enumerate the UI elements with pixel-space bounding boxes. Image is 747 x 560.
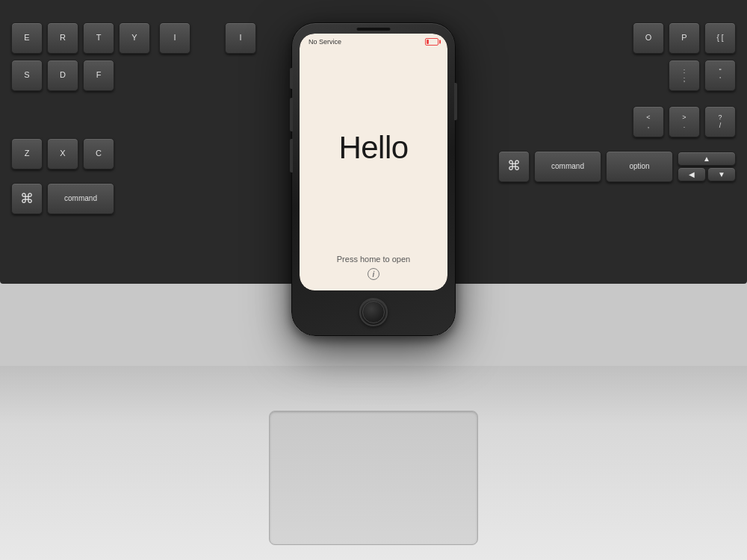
key-option-right[interactable]: option — [606, 151, 673, 182]
key-arrow-down[interactable]: ▼ — [707, 167, 736, 181]
status-bar: No Service — [300, 34, 447, 49]
key-quote[interactable]: "' — [704, 60, 736, 91]
key-r[interactable]: R — [47, 22, 78, 54]
home-button-inner — [362, 301, 385, 323]
silent-switch[interactable] — [290, 68, 293, 89]
carrier-text: No Service — [309, 38, 341, 46]
key-greater[interactable]: >. — [669, 106, 700, 137]
screen-bezel: No Service Hello Press home to open i — [300, 34, 447, 290]
key-e[interactable]: S,D,FE — [11, 22, 43, 54]
key-arrow-up[interactable]: ▲ — [678, 152, 736, 166]
iphone-screen: No Service Hello Press home to open i — [300, 34, 447, 290]
volume-up-button[interactable] — [290, 98, 293, 131]
battery-fill — [427, 40, 429, 44]
key-f[interactable]: F — [83, 60, 114, 91]
battery-body — [425, 38, 438, 46]
key-i2[interactable]: I — [225, 22, 256, 54]
key-cmd-symbol-right[interactable]: ⌘ — [498, 151, 530, 182]
screen-bottom: Press home to open i — [300, 247, 447, 290]
key-d[interactable]: D — [47, 60, 78, 91]
key-arrow-left[interactable]: ◀ — [678, 167, 706, 181]
key-less[interactable]: <, — [633, 106, 664, 137]
key-command-left[interactable]: command — [47, 183, 114, 214]
iphone-shell: No Service Hello Press home to open i — [291, 22, 456, 336]
volume-down-button[interactable] — [290, 139, 293, 172]
key-t[interactable]: T — [83, 22, 114, 54]
screen-content: Hello — [300, 49, 447, 247]
key-question[interactable]: ?/ — [704, 106, 736, 137]
earpiece — [357, 28, 391, 31]
key-i[interactable]: I — [159, 22, 190, 54]
key-o[interactable]: O — [633, 22, 664, 54]
info-icon[interactable]: i — [368, 268, 379, 280]
key-bracket-open[interactable]: { [ — [704, 22, 736, 54]
key-y[interactable]: Y — [119, 22, 150, 54]
press-home-label: Press home to open — [337, 255, 410, 264]
key-c[interactable]: C — [83, 138, 114, 169]
key-p[interactable]: P — [669, 22, 700, 54]
home-button[interactable] — [359, 298, 388, 326]
iphone: No Service Hello Press home to open i — [291, 22, 456, 336]
key-semicolon[interactable]: :; — [669, 60, 700, 91]
greeting-text: Hello — [338, 130, 408, 166]
battery-indicator — [425, 38, 438, 46]
key-command-right[interactable]: command — [534, 151, 601, 182]
key-x[interactable]: X — [47, 138, 78, 169]
key-s[interactable]: S — [11, 60, 43, 91]
key-z[interactable]: Z — [11, 138, 43, 169]
power-button[interactable] — [454, 83, 457, 120]
key-cmd-symbol[interactable]: ⌘ — [11, 183, 43, 214]
laptop-base — [0, 366, 747, 560]
trackpad[interactable] — [269, 411, 478, 545]
